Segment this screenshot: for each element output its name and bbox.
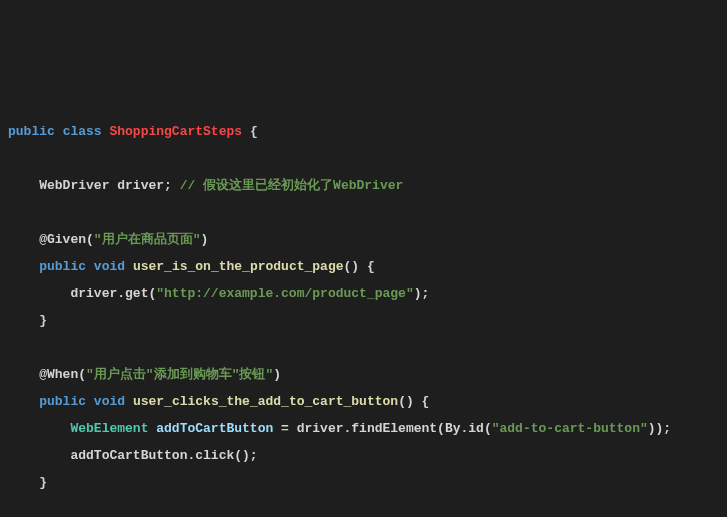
comment: // 假设这里已经初始化了WebDriver — [180, 178, 404, 193]
stmt-click: addToCartButton.click(); — [70, 448, 257, 463]
keyword-void: void — [94, 394, 125, 409]
keyword-class: class — [63, 124, 102, 139]
keyword-public: public — [8, 124, 55, 139]
type-webelement: WebElement — [70, 421, 148, 436]
string-url: "http://example.com/product_page" — [156, 286, 413, 301]
var-driver: driver — [117, 178, 164, 193]
var-addtocart: addToCartButton — [156, 421, 273, 436]
string-given: "用户在商品页面" — [94, 232, 201, 247]
brace-open: { — [242, 124, 258, 139]
method-name-1: user_is_on_the_product_page — [133, 259, 344, 274]
string-addtocart-id: "add-to-cart-button" — [492, 421, 648, 436]
driver-get: driver.get( — [70, 286, 156, 301]
annotation-given: @Given — [39, 232, 86, 247]
method-name-2: user_clicks_the_add_to_cart_button — [133, 394, 398, 409]
keyword-void: void — [94, 259, 125, 274]
keyword-public: public — [39, 259, 86, 274]
string-when: "用户点击"添加到购物车"按钮" — [86, 367, 273, 382]
code-block: public class ShoppingCartSteps { WebDriv… — [8, 118, 719, 517]
annotation-when: @When — [39, 367, 78, 382]
brace-close: } — [39, 475, 47, 490]
brace-close: } — [39, 313, 47, 328]
type-webdriver: WebDriver — [39, 178, 109, 193]
keyword-public: public — [39, 394, 86, 409]
class-name: ShoppingCartSteps — [109, 124, 242, 139]
